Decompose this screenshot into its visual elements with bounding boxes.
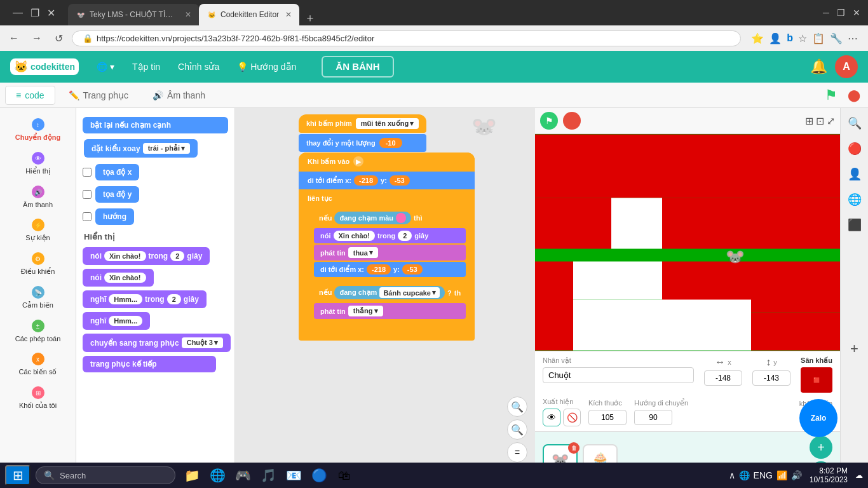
taskbar-search-box[interactable]: 🔍 Search bbox=[36, 466, 175, 484]
taskbar-app5[interactable]: 📧 bbox=[282, 464, 305, 487]
category-event[interactable]: ⚡ Sự kiện bbox=[0, 214, 76, 247]
nav-chinh-sua[interactable]: Chỉnh sửa bbox=[170, 58, 227, 76]
nghi-block[interactable]: nghĩ Hmm... bbox=[83, 312, 150, 330]
if-cupcake-block[interactable]: nếu đang chạm Bánh cupcake ▾ ? th bbox=[299, 281, 475, 333]
cupcake-dropdown[interactable]: Bánh cupcake ▾ bbox=[379, 287, 440, 298]
checkbox-toa-do-x[interactable] bbox=[83, 168, 92, 177]
sprite-thumb-1-delete[interactable]: 🗑 bbox=[568, 442, 580, 454]
costume-dropdown[interactable]: Chuột 3 ▾ bbox=[182, 337, 223, 348]
browser-menu-icon[interactable]: ⋯ bbox=[848, 32, 858, 44]
sidebar-search-icon[interactable]: 🔍 bbox=[844, 113, 865, 133]
sprite-name-input[interactable] bbox=[543, 367, 694, 383]
sidebar-tools-icon[interactable]: 🔴 bbox=[844, 139, 865, 159]
category-motion[interactable]: ↕ Chuyển động bbox=[0, 113, 76, 147]
go-to-xy-block[interactable]: di tới điểm x: -218 y: -53 bbox=[299, 172, 475, 189]
if-color-block[interactable]: nếu đang chạm màu thì nói Xin chào! tron… bbox=[299, 207, 475, 281]
add-sprite-btn[interactable]: + bbox=[810, 436, 832, 459]
avatar[interactable]: A bbox=[835, 55, 858, 78]
zoom-out-btn[interactable]: 🔍 bbox=[507, 419, 527, 440]
tab1-close[interactable]: ✕ bbox=[185, 10, 191, 19]
taskbar-app3[interactable]: 🎮 bbox=[231, 464, 254, 487]
start-button[interactable]: ⊞ bbox=[5, 465, 31, 485]
taskbar-chevron-icon[interactable]: ∧ bbox=[729, 470, 735, 480]
tab-sound[interactable]: 🔊 Âm thanh bbox=[142, 86, 216, 105]
taskbar-edge[interactable]: 🔵 bbox=[308, 464, 330, 487]
win-minimize[interactable]: ─ bbox=[820, 5, 832, 20]
browser-tab-1[interactable]: 🐭 Teky LMS - CHUỘT TÌM BÁNH ✕ bbox=[68, 4, 199, 25]
broadcast-thang-block[interactable]: phát tin thắng ▾ bbox=[314, 303, 466, 319]
sidebar-apps-icon[interactable]: ⬛ bbox=[844, 215, 865, 235]
category-display[interactable]: 👁 Hiển thị bbox=[0, 147, 76, 180]
when-clicked-block[interactable]: Khi bấm vào ▶ bbox=[299, 152, 475, 170]
dat-kieu-block[interactable]: đặt kiểu xoay trái - phải ▾ bbox=[84, 139, 198, 158]
tab-code[interactable]: ≡ code bbox=[5, 86, 55, 105]
broadcast2-dropdown[interactable]: thắng ▾ bbox=[348, 306, 383, 316]
sidebar-people-icon[interactable]: 👤 bbox=[844, 164, 865, 184]
hide-btn[interactable]: 🚫 bbox=[563, 409, 581, 426]
green-flag-stage-btn[interactable]: ⚑ bbox=[540, 112, 558, 130]
checkbox-toa-do-y[interactable] bbox=[83, 190, 92, 199]
key-dropdown[interactable]: mũi tên xuống ▾ bbox=[356, 118, 419, 129]
tab-costume[interactable]: ✏️ Trang phục bbox=[58, 86, 140, 105]
toa-do-y-block[interactable]: tọa độ y bbox=[95, 186, 139, 203]
minimize-btn[interactable]: — bbox=[10, 4, 25, 21]
new-tab-btn[interactable]: ＋ bbox=[299, 10, 321, 25]
category-sensor[interactable]: 📡 Cảm biến bbox=[0, 281, 76, 315]
category-myblocks[interactable]: ⊞ Khối của tôi bbox=[0, 381, 76, 415]
win-close[interactable]: ✕ bbox=[850, 5, 863, 20]
category-sound[interactable]: 🔊 Âm thanh bbox=[0, 180, 76, 214]
zalo-badge[interactable]: Zalo bbox=[799, 399, 837, 437]
half-screen-btn[interactable]: ⊞ bbox=[805, 115, 813, 127]
say-block[interactable]: nói Xin chào! trong 2 giây bbox=[314, 228, 466, 243]
huong-block[interactable]: hướng bbox=[95, 208, 134, 225]
bing-icon[interactable]: b bbox=[787, 32, 793, 44]
costume-block[interactable]: chuyển sang trang phục Chuột 3 ▾ bbox=[83, 334, 231, 352]
dat-kieu-dropdown[interactable]: trái - phải ▾ bbox=[143, 143, 190, 154]
go-to-xy-2-block[interactable]: di tới điểm x: -218 y: -53 bbox=[314, 262, 466, 277]
taskbar-lang-icon[interactable]: ENG bbox=[754, 470, 773, 480]
fit-btn[interactable]: = bbox=[507, 442, 527, 463]
win-restore[interactable]: ❐ bbox=[834, 5, 848, 20]
address-bar[interactable]: 🔒 https://codekitten.vn/projects/13a23b3… bbox=[72, 30, 741, 46]
stop-stage-btn[interactable] bbox=[563, 112, 581, 130]
sensing-cupcake-block[interactable]: đang chạm Bánh cupcake ▾ bbox=[334, 286, 445, 299]
nav-back-btn[interactable]: ← bbox=[5, 30, 23, 46]
toa-do-x-block[interactable]: tọa độ x bbox=[95, 164, 139, 180]
browser-ext-icon[interactable]: 🔧 bbox=[830, 32, 843, 44]
x-input[interactable] bbox=[704, 370, 742, 386]
category-operators[interactable]: ± Các phép toán bbox=[0, 315, 76, 348]
notification-icon[interactable]: 🔔 bbox=[810, 58, 827, 75]
stage-thumbnail[interactable]: 🟥 bbox=[801, 367, 832, 393]
show-btn[interactable]: 👁 bbox=[543, 409, 560, 426]
taskbar-store[interactable]: 🛍 bbox=[333, 464, 356, 487]
sidebar-add-icon[interactable]: + bbox=[844, 339, 865, 359]
broadcast-block[interactable]: phát tin thua ▾ bbox=[314, 245, 466, 261]
trang-phuc-ke-tiep[interactable]: trang phục kế tiếp bbox=[83, 356, 216, 372]
checkbox-huong[interactable] bbox=[83, 212, 92, 221]
green-flag-btn[interactable]: ⚑ bbox=[822, 85, 840, 106]
noi-trong-block[interactable]: nói Xin chào! trong 2 giây bbox=[83, 247, 210, 265]
nav-globe[interactable]: 🌐 ▾ bbox=[89, 58, 122, 76]
taskbar-weather-icon[interactable]: ☁ bbox=[855, 471, 863, 480]
nav-forward-btn[interactable]: → bbox=[28, 30, 46, 46]
maximize-btn[interactable]: ❐ bbox=[28, 4, 42, 22]
taskbar-volume-icon[interactable]: 🔊 bbox=[791, 470, 802, 480]
stop-btn[interactable]: ⬤ bbox=[845, 86, 863, 105]
full-screen-btn[interactable]: ⊡ bbox=[816, 115, 824, 127]
extensions-icon[interactable]: ⭐ bbox=[751, 32, 764, 44]
expand-btn[interactable]: ⤢ bbox=[827, 115, 835, 127]
nghi-trong-block[interactable]: nghĩ Hmm... trong 2 giây bbox=[83, 290, 207, 308]
color-circle[interactable] bbox=[396, 213, 406, 223]
profile-icon[interactable]: 👤 bbox=[769, 32, 782, 44]
motion-block-dat-kieu[interactable]: đặt kiểu xoay trái - phải ▾ bbox=[83, 137, 228, 159]
browser-tab-2[interactable]: 🐱 Codekitten Editor ✕ bbox=[199, 4, 299, 25]
taskbar-wifi-icon[interactable]: 📶 bbox=[776, 470, 787, 480]
taskbar-file-explorer[interactable]: 📁 bbox=[180, 464, 203, 487]
sidebar-browser-icon[interactable]: 🌐 bbox=[844, 189, 865, 210]
y-input[interactable] bbox=[752, 370, 790, 386]
when-key-pressed-block[interactable]: khi bấm phím mũi tên xuống ▾ bbox=[299, 114, 426, 133]
taskbar-datetime[interactable]: 8:02 PM 10/15/2023 bbox=[810, 466, 848, 484]
nav-tap-tin[interactable]: Tập tin bbox=[125, 58, 168, 76]
favorites-icon[interactable]: ☆ bbox=[798, 32, 807, 44]
tab2-close[interactable]: ✕ bbox=[285, 10, 292, 19]
